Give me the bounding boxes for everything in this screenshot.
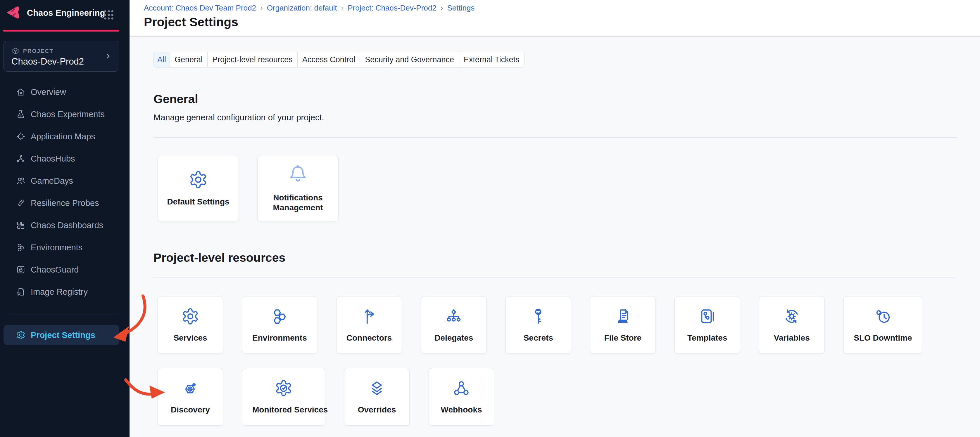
file-store-icon	[614, 307, 632, 325]
sidebar-item-label: Project Settings	[31, 330, 95, 340]
card-delegates[interactable]: Delegates	[421, 296, 487, 354]
gear-icon	[189, 170, 208, 189]
lock-icon	[16, 265, 25, 274]
sidebar-item-label: Resilience Probes	[31, 198, 99, 208]
delegates-icon	[445, 307, 463, 325]
image-registry-icon	[16, 287, 25, 296]
webhook-icon	[452, 379, 471, 397]
sidebar-item-label: Image Registry	[31, 287, 88, 297]
breadcrumb-settings-link[interactable]: Settings	[447, 3, 474, 13]
sidebar-item-label: Overview	[31, 87, 66, 97]
sidebar: Chaos Engineering PROJECT Chaos-Dev-Prod…	[0, 0, 129, 437]
app-window: Chaos Engineering PROJECT Chaos-Dev-Prod…	[0, 0, 980, 437]
breadcrumb-separator: ›	[260, 3, 263, 13]
page-title: Project Settings	[144, 15, 238, 29]
sidebar-item-chaosguard[interactable]: ChaosGuard	[0, 258, 129, 281]
card-label: Variables	[774, 333, 810, 343]
sidebar-item-image-registry[interactable]: Image Registry	[0, 281, 129, 303]
gear-icon	[16, 330, 25, 340]
sidebar-item-label: Environments	[31, 243, 83, 252]
card-monitored-services[interactable]: Monitored Services	[242, 368, 325, 426]
card-label: SLO Downtime	[854, 333, 912, 343]
module-accent-bar	[3, 30, 119, 32]
app-title: Chaos Engineering	[27, 8, 105, 18]
main-area: Account: Chaos Dev Team Prod2 › Organiza…	[129, 0, 980, 437]
card-secrets[interactable]: Secrets	[506, 296, 571, 354]
tab-general[interactable]: General	[170, 52, 208, 67]
card-default-settings[interactable]: Default Settings	[158, 155, 239, 222]
general-cards: Default Settings Notifications Managemen…	[158, 155, 980, 222]
grid-9-icon[interactable]	[103, 9, 115, 21]
breadcrumb-organization-link[interactable]: Organization: default	[267, 3, 337, 13]
sidebar-item-application-maps[interactable]: Application Maps	[0, 125, 129, 147]
tab-access-control[interactable]: Access Control	[298, 52, 361, 67]
target-icon	[16, 132, 25, 141]
card-label: Default Settings	[167, 197, 229, 207]
page-header: Account: Chaos Dev Team Prod2 › Organiza…	[130, 0, 980, 37]
sidebar-item-environments[interactable]: Environments	[0, 236, 129, 258]
breadcrumb-separator: ›	[341, 3, 344, 13]
connectors-icon	[360, 307, 378, 325]
flask-icon	[16, 109, 25, 119]
card-label: Secrets	[523, 333, 553, 343]
sidebar-item-label: ChaosHubs	[31, 154, 75, 163]
sidebar-item-chaoshubs[interactable]: ChaosHubs	[0, 147, 129, 170]
sidebar-item-chaos-dashboards[interactable]: Chaos Dashboards	[0, 214, 129, 236]
project-selector-header: PROJECT	[11, 47, 54, 55]
tab-external-tickets[interactable]: External Tickets	[459, 52, 524, 67]
project-kicker: PROJECT	[23, 48, 54, 54]
sidebar-item-label: Chaos Dashboards	[31, 220, 103, 230]
card-file-store[interactable]: File Store	[590, 296, 655, 354]
project-selector[interactable]: PROJECT Chaos-Dev-Prod2	[3, 41, 119, 71]
card-label: Webhooks	[441, 405, 482, 415]
sidebar-item-resilience-probes[interactable]: Resilience Probes	[0, 192, 129, 214]
tab-all[interactable]: All	[154, 52, 170, 67]
tab-security-and-governance[interactable]: Security and Governance	[360, 52, 459, 67]
variables-icon	[783, 307, 801, 325]
card-variables[interactable]: Variables	[759, 296, 824, 354]
resources-section-heading: Project-level resources	[153, 251, 980, 264]
tab-project-level-resources[interactable]: Project-level resources	[208, 52, 298, 67]
dashboard-icon	[16, 220, 25, 230]
gear-icon	[181, 307, 199, 325]
probe-icon	[16, 198, 25, 208]
settings-filter-tabs: All General Project-level resources Acce…	[153, 52, 525, 68]
card-slo-downtime[interactable]: SLO Downtime	[843, 296, 922, 354]
card-label: Notifications Management	[267, 193, 329, 213]
card-label: Overrides	[358, 405, 396, 415]
discovery-icon	[181, 379, 199, 397]
card-label: Environments	[252, 333, 307, 343]
sidebar-item-project-settings[interactable]: Project Settings	[3, 325, 119, 345]
section-divider	[153, 277, 957, 278]
card-connectors[interactable]: Connectors	[336, 296, 402, 354]
slo-clock-icon	[874, 307, 892, 325]
resource-cards-row-2: Discovery Monitored Services Overrides W…	[158, 368, 980, 426]
sidebar-item-label: Application Maps	[31, 132, 95, 141]
home-icon	[16, 87, 25, 97]
sidebar-item-gamedays[interactable]: GameDays	[0, 170, 129, 192]
card-services[interactable]: Services	[158, 296, 223, 354]
chaos-logo-icon	[5, 4, 22, 21]
breadcrumb-account-link[interactable]: Account: Chaos Dev Team Prod2	[144, 3, 256, 13]
card-overrides[interactable]: Overrides	[344, 368, 410, 426]
sidebar-header: Chaos Engineering	[0, 0, 129, 30]
card-environments[interactable]: Environments	[242, 296, 317, 354]
cube-icon	[11, 47, 19, 55]
chevron-right-icon	[104, 52, 113, 60]
card-label: Connectors	[347, 333, 392, 343]
card-templates[interactable]: Templates	[675, 296, 740, 354]
hexagons-icon	[16, 243, 25, 252]
users-icon	[16, 176, 25, 185]
card-notifications-management[interactable]: Notifications Management	[257, 155, 339, 222]
card-discovery[interactable]: Discovery	[158, 368, 223, 426]
general-section-heading: General	[153, 92, 980, 106]
sidebar-item-overview[interactable]: Overview	[0, 81, 129, 103]
section-divider	[153, 137, 957, 138]
monitored-services-icon	[275, 379, 293, 397]
sidebar-item-chaos-experiments[interactable]: Chaos Experiments	[0, 103, 129, 125]
templates-icon	[698, 307, 716, 325]
breadcrumb-project-link[interactable]: Project: Chaos-Dev-Prod2	[348, 3, 436, 13]
key-icon	[529, 307, 547, 325]
card-webhooks[interactable]: Webhooks	[429, 368, 494, 426]
hub-icon	[16, 154, 25, 163]
